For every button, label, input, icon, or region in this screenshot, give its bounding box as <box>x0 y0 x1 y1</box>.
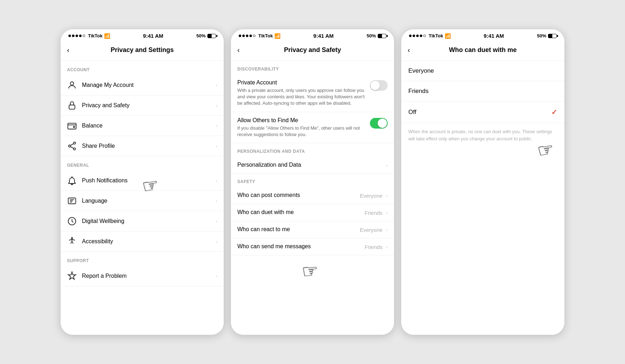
menu-item-balance[interactable]: Balance › <box>61 116 224 136</box>
dot2 <box>72 35 74 37</box>
ps-right-react: Everyone › <box>360 226 388 233</box>
status-right-2: 50% <box>367 33 386 38</box>
s2-dot1 <box>239 35 241 37</box>
ps-item-comments[interactable]: Who can post comments Everyone › <box>231 187 394 204</box>
page-title-1: Privacy and Settings <box>110 46 174 54</box>
chevron-report: › <box>216 273 217 279</box>
s2-dot2 <box>242 35 245 37</box>
ps-right-messages: Friends › <box>365 243 388 250</box>
chevron-language: › <box>216 198 217 204</box>
back-button-3[interactable]: ‹ <box>408 45 413 56</box>
s3-dot1 <box>409 35 412 37</box>
battery-pct-1: 50% <box>196 33 206 38</box>
menu-label-wellbeing: Digital Wellbeing <box>82 218 216 224</box>
svg-point-9 <box>71 238 73 239</box>
content-2: DISCOVERABILITY Private Account With a p… <box>231 61 394 335</box>
battery-fill-3 <box>548 34 552 38</box>
menu-item-report[interactable]: Report a Problem › <box>61 266 224 286</box>
duet-option-everyone[interactable]: Everyone <box>401 61 564 81</box>
status-left-1: TikTok 📶 <box>68 33 110 39</box>
status-right-1: 50% <box>196 33 216 38</box>
svg-point-6 <box>73 148 76 150</box>
chevron-balance: › <box>216 123 217 129</box>
back-button-1[interactable]: ‹ <box>67 45 72 56</box>
s3-dot4 <box>420 35 422 37</box>
carrier-2: TikTok <box>258 33 273 38</box>
menu-label-push: Push Notifications <box>82 177 216 184</box>
section-label-account: ACCOUNT <box>61 61 224 75</box>
ps-value-duet: Friends <box>365 210 382 216</box>
chevron-push: › <box>216 178 217 183</box>
ps-personalization-content: Personalization and Data <box>237 162 381 168</box>
wellbeing-icon <box>67 216 77 226</box>
menu-item-manage[interactable]: Manage My Account › <box>61 75 224 95</box>
menu-item-privacy[interactable]: Privacy and Safety › <box>61 95 224 116</box>
ps-title-messages: Who can send me messages <box>237 243 361 250</box>
menu-item-wellbeing[interactable]: Digital Wellbeing › <box>61 211 224 232</box>
svg-point-4 <box>73 142 76 144</box>
svg-point-3 <box>73 126 75 128</box>
wifi-icon-1: 📶 <box>104 33 110 39</box>
menu-label-language: Language <box>82 198 216 204</box>
s3-dot5 <box>423 35 426 37</box>
menu-label-balance: Balance <box>82 123 216 129</box>
ps-item-personalization[interactable]: Personalization and Data › <box>231 157 394 173</box>
screen1-phone: TikTok 📶 9:41 AM 50% ‹ Privacy and Setti… <box>60 29 224 335</box>
duet-option-friends[interactable]: Friends <box>401 81 564 102</box>
dot1 <box>68 35 71 37</box>
status-left-2: TikTok 📶 <box>239 33 280 39</box>
section-personalization: PERSONALIZATION AND DATA <box>231 143 394 157</box>
ps-comments-content: Who can post comments <box>237 192 356 198</box>
menu-item-share[interactable]: Share Profile › <box>61 136 224 156</box>
person-icon <box>67 80 77 90</box>
menu-item-push[interactable]: Push Notifications › <box>61 171 224 191</box>
back-button-2[interactable]: ‹ <box>237 45 243 56</box>
ps-item-private[interactable]: Private Account With a private account, … <box>231 74 394 112</box>
wallet-icon <box>67 121 77 131</box>
ps-item-react[interactable]: Who can react to me Everyone › <box>231 221 394 238</box>
battery-icon-1 <box>207 34 216 38</box>
page-title-2: Privacy and Safety <box>284 46 341 54</box>
chevron-duet: › <box>386 210 388 215</box>
ps-item-find[interactable]: Allow Others to Find Me If you disable "… <box>231 112 394 143</box>
ps-react-content: Who can react to me <box>237 226 356 233</box>
section-label-general: GENERAL <box>61 156 224 171</box>
s2-dot3 <box>246 35 248 37</box>
signal-dots <box>68 35 85 37</box>
toggle-private[interactable] <box>370 80 388 91</box>
time-2: 9:41 AM <box>313 33 334 39</box>
ps-duet-content: Who can duet with me <box>237 209 361 215</box>
duet-label-friends: Friends <box>408 88 557 95</box>
section-safety: SAFETY <box>231 173 394 187</box>
chevron-personalization: › <box>386 162 388 168</box>
battery-pct-2: 50% <box>367 33 376 38</box>
s2-dot4 <box>249 35 252 37</box>
page-title-3: Who can duet with me <box>449 46 517 54</box>
ps-item-find-content: Allow Others to Find Me If you disable "… <box>237 117 366 138</box>
ps-subtitle-private: With a private account, only users you a… <box>237 87 366 107</box>
ps-title-duet: Who can duet with me <box>237 209 361 215</box>
battery-pct-3: 50% <box>537 33 546 38</box>
menu-item-access[interactable]: Accessibility › <box>61 232 224 252</box>
toggle-find[interactable] <box>370 118 388 129</box>
svg-point-5 <box>68 145 71 147</box>
ps-item-messages[interactable]: Who can send me messages Friends › <box>231 238 394 255</box>
header-1: ‹ Privacy and Settings <box>61 41 224 61</box>
ps-right-duet: Friends › <box>365 209 388 216</box>
carrier-3: TikTok <box>429 33 443 38</box>
duet-option-off[interactable]: Off ✓ <box>401 102 564 123</box>
menu-label-share: Share Profile <box>82 143 216 149</box>
menu-item-language[interactable]: Language › <box>61 191 224 211</box>
chevron-messages: › <box>386 244 388 250</box>
status-bar-1: TikTok 📶 9:41 AM 50% <box>61 29 224 41</box>
dot3 <box>76 35 78 37</box>
dot5 <box>83 35 85 37</box>
ps-item-duet[interactable]: Who can duet with me Friends › <box>231 204 394 221</box>
chevron-wellbeing: › <box>216 218 217 224</box>
ps-title-private: Private Account <box>237 79 366 86</box>
status-bar-2: TikTok 📶 9:41 AM 50% <box>231 29 394 41</box>
signal-dots-2 <box>239 35 255 37</box>
screen2-phone: TikTok 📶 9:41 AM 50% ‹ Privacy and Safet… <box>231 29 394 335</box>
menu-label-access: Accessibility <box>82 238 216 245</box>
carrier-1: TikTok <box>88 33 103 38</box>
